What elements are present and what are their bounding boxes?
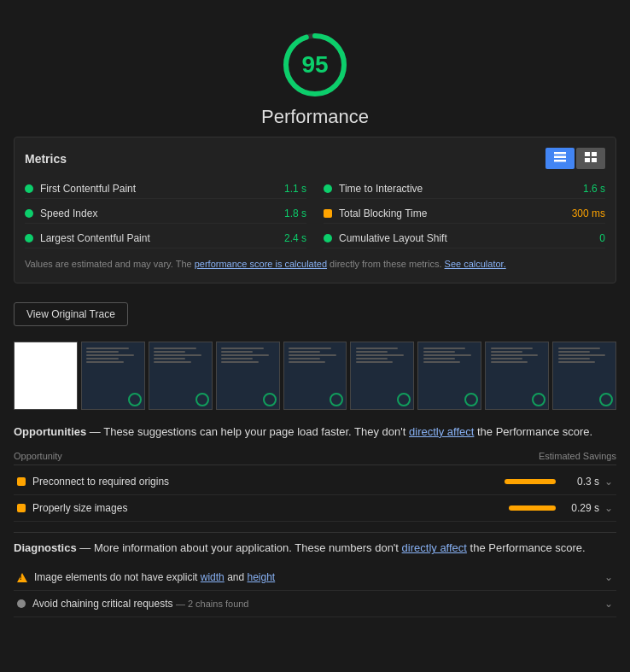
filmstrip-frame-5 [283, 342, 347, 410]
filmstrip-frame-3 [149, 342, 213, 410]
opportunity-preconnect-name: Preconnect to required origins [32, 476, 498, 488]
opportunity-preconnect-value: 0.3 s [561, 476, 599, 488]
metric-lcp-dot [25, 234, 33, 243]
metrics-grid: First Contentful Paint 1.1 s Time to Int… [25, 179, 605, 248]
metric-cls: Cumulative Layout Shift 0 [324, 229, 605, 248]
filmstrip-frame-6 [350, 342, 414, 410]
metric-tbt-dot [324, 209, 332, 218]
filmstrip-frame-1 [14, 342, 78, 410]
svg-rect-5 [585, 152, 590, 156]
metric-tti-value: 1.6 s [583, 183, 605, 195]
metrics-section: Metrics [14, 137, 616, 283]
metrics-header: Metrics [25, 148, 605, 169]
opportunity-preconnect-bar [505, 479, 556, 484]
metric-tbt-name: Total Blocking Time [339, 207, 427, 219]
chevron-down-icon: ⌄ [604, 476, 613, 488]
filmstrip-frame-8 [485, 342, 549, 410]
opportunities-header: Opportunities — These suggestions can he… [14, 424, 616, 441]
metric-si: Speed Index 1.8 s [25, 204, 306, 224]
opportunity-size-images-value: 0.29 s [561, 502, 599, 514]
metric-cls-dot [324, 234, 332, 243]
svg-rect-7 [585, 158, 590, 162]
opportunity-preconnect-savings: 0.3 s ⌄ [505, 476, 613, 488]
col-savings-label: Estimated Savings [539, 451, 616, 461]
filmstrip-frame-9 [552, 342, 616, 410]
metrics-title: Metrics [25, 152, 67, 166]
metric-tti-dot [324, 184, 332, 193]
svg-rect-3 [554, 156, 566, 159]
filmstrip [14, 342, 616, 410]
opportunity-preconnect[interactable]: Preconnect to required origins 0.3 s ⌄ [14, 469, 616, 495]
opportunity-size-images-name: Properly size images [32, 502, 502, 514]
metric-si-value: 1.8 s [284, 207, 306, 219]
directly-affect-link-opp[interactable]: directly affect [409, 425, 474, 438]
svg-rect-2 [554, 152, 566, 155]
neutral-icon [17, 599, 26, 608]
toggle-grid-btn[interactable] [576, 148, 605, 169]
filmstrip-frame-7 [417, 342, 481, 410]
opportunity-size-images-bar [509, 505, 556, 511]
metric-fcp: First Contentful Paint 1.1 s [25, 179, 306, 199]
score-section: 95 Performance [14, 14, 616, 137]
metric-si-name: Speed Index [40, 207, 97, 219]
score-label: Performance [261, 106, 369, 128]
metric-lcp-value: 2.4 s [284, 232, 306, 244]
metric-tti-name: Time to Interactive [339, 183, 423, 195]
view-toggle [545, 148, 605, 169]
opportunity-size-images-icon [17, 504, 26, 512]
diagnostic-critical-requests-name: Avoid chaining critical requests — 2 cha… [32, 598, 598, 610]
svg-rect-8 [592, 158, 597, 162]
opportunity-column-headers: Opportunity Estimated Savings [14, 447, 616, 465]
warning-icon [17, 573, 27, 582]
toggle-list-btn[interactable] [545, 148, 575, 169]
metrics-note: Values are estimated and may vary. The p… [25, 257, 605, 272]
svg-rect-4 [554, 160, 566, 162]
metric-fcp-name: First Contentful Paint [40, 183, 136, 195]
view-original-trace-button[interactable]: View Original Trace [14, 302, 128, 326]
metric-tti: Time to Interactive 1.6 s [324, 179, 605, 199]
metric-fcp-dot [25, 184, 33, 193]
col-opportunity-label: Opportunity [14, 451, 62, 461]
opportunities-section: Opportunities — These suggestions can he… [14, 424, 616, 523]
svg-rect-6 [592, 152, 597, 156]
metric-cls-name: Cumulative Layout Shift [339, 232, 447, 244]
metric-tbt-value: 300 ms [572, 207, 605, 219]
diagnostic-critical-requests-detail: — 2 chains found [176, 599, 249, 609]
metric-lcp-name: Largest Contentful Paint [40, 232, 150, 244]
diagnostic-image-dimensions-name: Image elements do not have explicit widt… [34, 571, 598, 583]
directly-affect-link-diag[interactable]: directly affect [402, 541, 467, 554]
diagnostic-critical-requests[interactable]: Avoid chaining critical requests — 2 cha… [14, 591, 616, 617]
width-link[interactable]: width [201, 571, 225, 583]
diagnostics-header: Diagnostics — More information about you… [14, 540, 616, 558]
metric-cls-value: 0 [599, 232, 605, 244]
opportunity-preconnect-icon [17, 477, 26, 486]
metric-lcp: Largest Contentful Paint 2.4 s [25, 229, 306, 248]
score-value: 95 [301, 51, 328, 79]
height-link[interactable]: height [248, 571, 276, 583]
filmstrip-frame-4 [216, 342, 280, 410]
opportunity-size-images-savings: 0.29 s ⌄ [509, 502, 613, 514]
metric-tbt: Total Blocking Time 300 ms [324, 204, 605, 224]
chevron-down-icon-3: ⌄ [604, 571, 613, 583]
opportunity-size-images[interactable]: Properly size images 0.29 s ⌄ [14, 495, 616, 522]
score-circle: 95 [281, 31, 349, 99]
filmstrip-frame-2 [81, 342, 145, 410]
diagnostics-section: Diagnostics — More information about you… [14, 540, 616, 617]
metric-si-dot [25, 209, 33, 218]
diagnostic-image-dimensions[interactable]: Image elements do not have explicit widt… [14, 564, 616, 591]
metric-fcp-value: 1.1 s [284, 183, 306, 195]
chevron-down-icon-4: ⌄ [604, 598, 613, 610]
chevron-down-icon-2: ⌄ [604, 502, 613, 514]
divider [14, 532, 616, 533]
see-calculator-link[interactable]: See calculator. [445, 259, 506, 269]
perf-score-calc-link[interactable]: performance score is calculated [195, 259, 327, 269]
